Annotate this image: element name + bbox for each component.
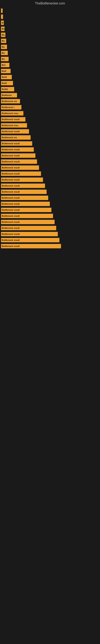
bar-row: Bottleneck resu <box>1 123 98 128</box>
bar: Bottl <box>1 81 13 85</box>
bar-label: Bottleneck result <box>2 233 20 235</box>
bar-row: Bottleneck result <box>1 183 98 188</box>
bar-label: Bottleneck res <box>2 136 17 139</box>
bar: Bottleneck result <box>1 160 37 164</box>
bar-row <box>1 14 98 19</box>
bar-row: Bottlenec <box>1 92 98 98</box>
bar-label: Bottle <box>2 88 8 90</box>
bar-label: Bottleneck r <box>2 106 15 108</box>
bar: Bo <box>1 32 5 37</box>
bar: Bottleneck res <box>1 99 20 104</box>
bar <box>1 8 2 13</box>
bar-label: Bottleneck result <box>2 160 20 163</box>
bar-label: Bottleneck result <box>2 245 20 247</box>
bar-row: Bottl <box>1 80 98 86</box>
bar-row: Bottleneck result <box>1 213 98 218</box>
bar-row: Bottleneck result <box>1 117 98 122</box>
bar-row: Bo <box>1 26 98 32</box>
bar: Bottleneck result <box>1 172 41 176</box>
bar-label: Bottleneck result <box>2 203 20 205</box>
bar: Bo <box>1 51 8 55</box>
bar-row: Bottleneck result <box>1 171 98 176</box>
bar: Bottlenec <box>1 93 17 98</box>
bar-row: Bottleneck result <box>1 238 98 243</box>
bar-row: Bottleneck res <box>1 98 98 104</box>
bar: Bottleneck result <box>1 196 48 200</box>
bar-row: Bottleneck result <box>1 226 98 231</box>
bar-label: Bottl <box>2 82 7 84</box>
bar: Bottleneck result <box>1 244 61 248</box>
bar-label: Bottleneck result <box>2 215 20 217</box>
bar: Bo <box>1 26 4 31</box>
bar-row: Bo <box>1 38 98 44</box>
site-title-bar: TheBottlenecker.com <box>0 0 100 6</box>
bar-label: B <box>2 22 3 24</box>
bar-row: Bottleneck result <box>1 207 98 212</box>
bar-row: Bottleneck result <box>1 201 98 206</box>
bar-row: Bottleneck result <box>1 129 98 134</box>
bar-label: Bottleneck result <box>2 190 20 193</box>
bar-row: Bottl <box>1 74 98 80</box>
bar-label: Bottl <box>2 76 7 78</box>
bar: Bottleneck res <box>1 135 31 140</box>
bar-label: Bottleneck resu <box>2 112 18 114</box>
bar-row: Bo <box>1 32 98 38</box>
bar: Bot <box>1 63 9 67</box>
bar: Bo <box>1 57 9 61</box>
bar-row <box>1 8 98 13</box>
bar-row: Bottleneck result <box>1 153 98 158</box>
bar-label: Bo <box>2 40 5 42</box>
bar-row: Bottleneck r <box>1 105 98 110</box>
bar-label: Bottleneck result <box>2 209 20 211</box>
bars-container: BBoBoBoBoBoBoBotBottBottlBottlBottleBott… <box>0 6 100 252</box>
bar-label: Bo <box>2 46 5 48</box>
bar-row: Bottleneck result <box>1 195 98 200</box>
bar-row: Bottleneck resu <box>1 111 98 116</box>
bar-row: Bott <box>1 68 98 74</box>
bar: Bottle <box>1 87 14 91</box>
bar-label: Bottleneck result <box>2 154 20 157</box>
site-title: TheBottlenecker.com <box>0 0 100 6</box>
bar-row: Bottleneck result <box>1 244 98 249</box>
bar-row: Bottleneck res <box>1 135 98 140</box>
bar-label: Bo <box>2 34 5 36</box>
bar-row: Bottleneck result <box>1 147 98 152</box>
bar-label: Bottlenec <box>2 94 12 96</box>
bar-label: Bott <box>2 70 6 72</box>
bar-label: Bottleneck resu <box>2 124 18 126</box>
bar: Bottleneck result <box>1 226 56 230</box>
bar-label: Bo <box>2 52 5 54</box>
bar-label: Bottleneck result <box>2 239 20 241</box>
bar-label: Bottleneck result <box>2 172 20 175</box>
bar-row: Bottleneck result <box>1 189 98 194</box>
bar: Bottleneck result <box>1 220 54 224</box>
bar-row: Bottleneck result <box>1 219 98 224</box>
bar-row: Bottleneck result <box>1 159 98 164</box>
bar-label: Bottleneck result <box>2 118 20 120</box>
bar-label: Bottleneck result <box>2 148 20 151</box>
bar-label: Bottleneck result <box>2 221 20 223</box>
bar-row: Bottleneck result <box>1 232 98 237</box>
bar-row: B <box>1 20 98 25</box>
bar-label: Bottleneck result <box>2 142 20 145</box>
bar-label: Bottleneck result <box>2 196 20 199</box>
bar-label: Bottleneck result <box>2 184 20 187</box>
bar: Bottleneck result <box>1 214 53 218</box>
bar: Bottleneck result <box>1 232 58 236</box>
bar-row: Bottleneck result <box>1 177 98 182</box>
bar: Bottleneck resu <box>1 111 23 116</box>
bar: Bottleneck result <box>1 153 35 158</box>
bar-label: Bottleneck res <box>2 100 17 102</box>
bar-label: Bottleneck result <box>2 166 20 169</box>
bar-label: Bo <box>2 58 5 60</box>
bar-label: Bottleneck result <box>2 130 20 132</box>
bar: Bottleneck result <box>1 117 25 122</box>
bar-label: Bo <box>2 28 4 30</box>
bar: Bottleneck result <box>1 208 51 212</box>
bar-row: Bottleneck result <box>1 141 98 146</box>
bar-label: Bottleneck result <box>2 178 20 181</box>
bar-label: Bottleneck result <box>2 227 20 229</box>
bar-label: Bot <box>2 64 5 66</box>
bar: Bottleneck result <box>1 238 59 242</box>
bar: Bo <box>1 39 6 43</box>
